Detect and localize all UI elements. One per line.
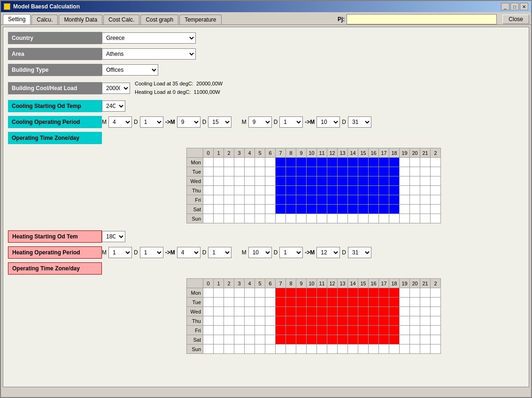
area-select[interactable]: Athens Thessaloniki bbox=[102, 48, 196, 60]
cooling-start-row: Cooling Starting Od Temp 24C 22C 20C bbox=[8, 100, 524, 112]
heating-start-row: Heating Starting Od Tem 18C 16C 14C bbox=[8, 230, 524, 243]
main-window: Model Baesd Calculation _ □ ✕ Setting Ca… bbox=[0, 0, 532, 398]
cooling-tz-row: Operating Time Zone/day bbox=[8, 132, 524, 144]
building-type-select[interactable]: Offices Residential Commercial bbox=[102, 64, 158, 76]
building-type-label: Building Type bbox=[8, 64, 102, 76]
country-label: Country bbox=[8, 32, 102, 44]
heating-load-text: Heating Load at 0 degC: bbox=[135, 89, 191, 95]
building-load-select[interactable]: 20000W 15000W 10000W bbox=[102, 83, 130, 94]
heating-period-row: Heating Operating Period M 123 D 123 ->M… bbox=[8, 246, 524, 259]
building-type-row: Building Type Offices Residential Commer… bbox=[8, 64, 524, 76]
cooling-start-label: Cooling Starting Od Temp bbox=[8, 100, 102, 112]
load-info: Cooling Load at 35 degC: 20000,00W Heati… bbox=[135, 80, 223, 96]
area-label: Area bbox=[8, 48, 102, 60]
heating-d1-label: D bbox=[134, 249, 138, 256]
country-row: Country Greece Italy France bbox=[8, 32, 524, 44]
heating-tz-label: Operating Time Zone/day bbox=[8, 262, 102, 275]
heating-d1-select[interactable]: 123 bbox=[140, 247, 163, 258]
tab-cost-graph[interactable]: Cost graph bbox=[140, 15, 178, 24]
window-controls: _ □ ✕ bbox=[501, 3, 528, 10]
cooling-m2-select[interactable]: 912 bbox=[177, 116, 200, 128]
cooling-d3-select[interactable]: 123 bbox=[279, 116, 303, 128]
cooling-m1-label: M bbox=[102, 119, 107, 125]
heating-m2-select[interactable]: 412 bbox=[177, 247, 200, 258]
heating-d2-select[interactable]: 123 bbox=[208, 247, 231, 258]
heating-m3-label: M bbox=[242, 249, 247, 256]
cooling-d4-label: D bbox=[342, 119, 346, 125]
cooling-m3-select[interactable]: 912 bbox=[248, 116, 272, 128]
heating-m1-label: M bbox=[102, 249, 107, 256]
minimize-button[interactable]: _ bbox=[501, 3, 509, 10]
cooling-m3-label: M bbox=[242, 119, 247, 125]
cooling-d1-select[interactable]: 123 bbox=[140, 116, 163, 128]
building-load-label: Building Cool/Heat Load bbox=[8, 82, 102, 94]
cooling-period-label: Cooling Operating Period bbox=[8, 116, 102, 128]
heating-d2-label: D bbox=[202, 249, 207, 256]
tab-bar: Setting Calcu. Monthly Data Cost Calc. C… bbox=[1, 12, 531, 25]
heating-start-select[interactable]: 18C 16C 14C bbox=[102, 231, 125, 242]
heating-period-inputs: M 123 D 123 ->M 412 D 123 M bbox=[102, 247, 371, 258]
maximize-button[interactable]: □ bbox=[510, 3, 519, 10]
cooling-arrow1: ->M bbox=[165, 119, 175, 125]
content-area: Country Greece Italy France Area Athens … bbox=[3, 27, 529, 387]
heating-d3-select[interactable]: 123 bbox=[279, 247, 303, 258]
close-button[interactable]: Close bbox=[502, 15, 529, 24]
area-row: Area Athens Thessaloniki bbox=[8, 48, 524, 60]
pj-input[interactable] bbox=[347, 14, 497, 24]
app-icon bbox=[4, 3, 10, 10]
heating-load-value: 11000,00W bbox=[193, 89, 220, 95]
heating-grid-container: 01234567891011121314151617181920212MonTu… bbox=[186, 278, 524, 354]
cooling-arrow2: ->M bbox=[305, 119, 315, 125]
title-bar: Model Baesd Calculation _ □ ✕ bbox=[1, 1, 531, 12]
cooling-d2-label: D bbox=[202, 119, 207, 125]
heating-tz-row: Operating Time Zone/day bbox=[8, 262, 524, 275]
window-title: Model Baesd Calculation bbox=[13, 3, 80, 10]
tab-cost-calc[interactable]: Cost Calc. bbox=[103, 15, 139, 24]
heating-time-grid: 01234567891011121314151617181920212MonTu… bbox=[186, 278, 441, 354]
cooling-tz-label: Operating Time Zone/day bbox=[8, 132, 102, 144]
cooling-period-inputs: M 412356 D 123 ->M 912 D 1512 M bbox=[102, 116, 371, 128]
heating-arrow2: ->M bbox=[305, 249, 315, 256]
cooling-period-row: Cooling Operating Period M 412356 D 123 … bbox=[8, 116, 524, 128]
cooling-time-grid: 01234567891011121314151617181920212MonTu… bbox=[186, 148, 441, 223]
cooling-d4-select[interactable]: 3112 bbox=[348, 116, 371, 128]
close-window-button[interactable]: ✕ bbox=[520, 3, 528, 10]
cooling-m4-select[interactable]: 1012 bbox=[316, 116, 340, 128]
heating-period-label: Heating Operating Period bbox=[8, 246, 102, 259]
cooling-load-value: 20000,00W bbox=[196, 81, 223, 86]
cooling-d3-label: D bbox=[274, 119, 278, 125]
cooling-d1-label: D bbox=[134, 119, 138, 125]
cooling-m1-select[interactable]: 412356 bbox=[108, 116, 132, 128]
heating-d3-label: D bbox=[274, 249, 278, 256]
heating-start-label: Heating Starting Od Tem bbox=[8, 230, 102, 243]
cooling-grid-container: 01234567891011121314151617181920212MonTu… bbox=[186, 148, 524, 223]
heating-d4-select[interactable]: 3112 bbox=[348, 247, 371, 258]
heating-d4-label: D bbox=[342, 249, 346, 256]
country-select[interactable]: Greece Italy France bbox=[102, 32, 196, 44]
heating-m4-select[interactable]: 1212 bbox=[316, 247, 340, 258]
heating-arrow1: ->M bbox=[165, 249, 175, 256]
heating-m3-select[interactable]: 1012 bbox=[248, 247, 272, 258]
building-load-row: Building Cool/Heat Load 20000W 15000W 10… bbox=[8, 80, 524, 96]
cooling-load-text: Cooling Load at 35 degC: bbox=[135, 81, 193, 86]
tab-setting[interactable]: Setting bbox=[3, 14, 31, 24]
tab-temperature[interactable]: Temperature bbox=[179, 15, 221, 24]
tab-monthly-data[interactable]: Monthly Data bbox=[59, 15, 102, 24]
cooling-start-select[interactable]: 24C 22C 20C bbox=[102, 100, 125, 112]
tab-calcu[interactable]: Calcu. bbox=[31, 15, 58, 24]
heating-m1-select[interactable]: 123 bbox=[108, 247, 132, 258]
cooling-d2-select[interactable]: 1512 bbox=[208, 116, 231, 128]
pj-label: Pj: bbox=[338, 16, 345, 23]
